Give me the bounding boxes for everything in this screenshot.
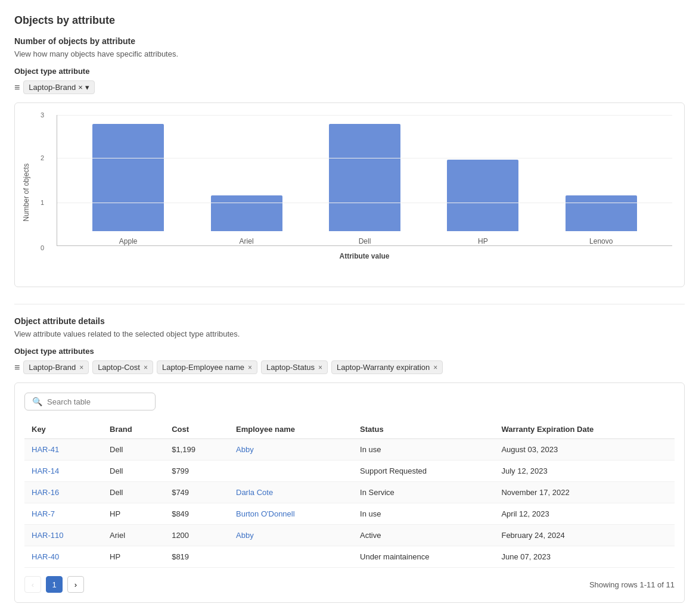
- search-input[interactable]: [47, 397, 148, 406]
- table-panel: 🔍 Key Brand Cost Employee name Status Wa…: [14, 382, 685, 603]
- brand-cell: Ariel: [102, 525, 164, 546]
- status-cell: Under maintainence: [353, 546, 494, 568]
- col-employee: Employee name: [229, 420, 353, 439]
- status-cell: Active: [353, 525, 494, 546]
- brand-cell: HP: [102, 546, 164, 568]
- brand-cell: Dell: [102, 461, 164, 482]
- bar-chart: Number of objects 3 2 1 0: [14, 102, 685, 287]
- employee-cell: Darla Cote: [229, 482, 353, 503]
- close-chip-employee[interactable]: ×: [248, 363, 252, 372]
- bar-lenovo: Lenovo: [566, 195, 637, 245]
- employee-cell: Abby: [229, 525, 353, 546]
- chip-laptop-cost[interactable]: Laptop-Cost ×: [92, 360, 153, 374]
- brand-cell: Dell: [102, 482, 164, 503]
- chip-laptop-employee[interactable]: Laptop-Employee name ×: [157, 360, 257, 374]
- table-row: HAR-41Dell$1,199AbbyIn useAugust 03, 202…: [24, 439, 675, 461]
- cost-cell: 1200: [164, 525, 229, 546]
- close-chip-brand[interactable]: ×: [79, 363, 83, 372]
- close-icon[interactable]: ×: [78, 83, 83, 92]
- search-box[interactable]: 🔍: [24, 393, 156, 410]
- table-row: HAR-110Ariel1200AbbyActiveFebruary 24, 2…: [24, 525, 675, 546]
- chart-filter-bar: ≡ Laptop-Brand × ▾: [14, 80, 685, 94]
- chart-filter-label: Object type attribute: [14, 67, 685, 76]
- details-section-desc: View attribute values related to the sel…: [14, 329, 685, 338]
- key-link[interactable]: HAR-7: [32, 509, 55, 518]
- chart-section: Number of objects by attribute View how …: [14, 36, 685, 287]
- employee-cell: Abby: [229, 439, 353, 461]
- chart-filter-chip[interactable]: Laptop-Brand × ▾: [23, 80, 94, 94]
- details-filter-bar: ≡ Laptop-Brand × Laptop-Cost × Laptop-Em…: [14, 360, 685, 374]
- employee-link[interactable]: Darla Cote: [236, 488, 273, 497]
- status-cell: Support Requested: [353, 461, 494, 482]
- cost-cell: $849: [164, 503, 229, 525]
- chip-laptop-warranty[interactable]: Laptop-Warranty expiration ×: [331, 360, 443, 374]
- prev-page-button[interactable]: ‹: [24, 576, 41, 593]
- col-cost: Cost: [164, 420, 229, 439]
- employee-cell: Burton O'Donnell: [229, 503, 353, 525]
- close-chip-warranty[interactable]: ×: [433, 363, 437, 372]
- brand-cell: HP: [102, 503, 164, 525]
- key-link[interactable]: HAR-16: [32, 488, 59, 497]
- employee-cell: [229, 546, 353, 568]
- table-row: HAR-40HP$819Under maintainenceJune 07, 2…: [24, 546, 675, 568]
- chip-laptop-status[interactable]: Laptop-Status ×: [261, 360, 328, 374]
- employee-link[interactable]: Burton O'Donnell: [236, 509, 295, 518]
- brand-cell: Dell: [102, 439, 164, 461]
- table-row: HAR-16Dell$749Darla CoteIn ServiceNovemb…: [24, 482, 675, 503]
- showing-text: Showing rows 1-11 of 11: [589, 580, 675, 589]
- employee-link[interactable]: Abby: [236, 445, 254, 454]
- warranty-cell: April 12, 2023: [494, 503, 675, 525]
- bar-apple: Apple: [92, 124, 164, 245]
- table-row: HAR-7HP$849Burton O'DonnellIn useApril 1…: [24, 503, 675, 525]
- col-key: Key: [24, 420, 102, 439]
- col-warranty: Warranty Expiration Date: [494, 420, 675, 439]
- search-icon: 🔍: [32, 397, 42, 406]
- key-link[interactable]: HAR-41: [32, 445, 59, 454]
- col-brand: Brand: [102, 420, 164, 439]
- employee-link[interactable]: Abby: [236, 531, 254, 540]
- x-axis-label: Attribute value: [57, 252, 672, 260]
- status-cell: In use: [353, 503, 494, 525]
- pagination: ‹ 1 › Showing rows 1-11 of 11: [24, 576, 675, 593]
- filter-icon-details: ≡: [14, 362, 20, 373]
- cost-cell: $819: [164, 546, 229, 568]
- details-section: Object attribute details View attribute …: [14, 316, 685, 603]
- chart-section-title: Number of objects by attribute: [14, 36, 685, 46]
- warranty-cell: June 07, 2023: [494, 546, 675, 568]
- data-table: Key Brand Cost Employee name Status Warr…: [24, 420, 675, 568]
- warranty-cell: November 17, 2022: [494, 482, 675, 503]
- cost-cell: $1,199: [164, 439, 229, 461]
- cost-cell: $749: [164, 482, 229, 503]
- warranty-cell: August 03, 2023: [494, 439, 675, 461]
- key-link[interactable]: HAR-40: [32, 552, 59, 561]
- cost-cell: $799: [164, 461, 229, 482]
- y-axis-label: Number of objects: [22, 163, 30, 221]
- chip-laptop-brand[interactable]: Laptop-Brand ×: [23, 360, 89, 374]
- bar-ariel: Ariel: [211, 195, 282, 245]
- close-chip-status[interactable]: ×: [318, 363, 322, 372]
- table-row: HAR-14Dell$799Support RequestedJuly 12, …: [24, 461, 675, 482]
- warranty-cell: July 12, 2023: [494, 461, 675, 482]
- pagination-controls: ‹ 1 ›: [24, 576, 84, 593]
- key-link[interactable]: HAR-14: [32, 466, 59, 475]
- chevron-down-icon[interactable]: ▾: [85, 83, 89, 92]
- details-filter-label: Object type attributes: [14, 347, 685, 356]
- chart-section-desc: View how many objects have specific attr…: [14, 49, 685, 58]
- next-page-button[interactable]: ›: [67, 576, 84, 593]
- col-status: Status: [353, 420, 494, 439]
- employee-cell: [229, 461, 353, 482]
- page-title: Objects by attribute: [14, 14, 685, 27]
- page-1-button[interactable]: 1: [46, 576, 63, 593]
- close-chip-cost[interactable]: ×: [144, 363, 148, 372]
- warranty-cell: February 24, 2024: [494, 525, 675, 546]
- filter-icon: ≡: [14, 82, 20, 93]
- status-cell: In use: [353, 439, 494, 461]
- key-link[interactable]: HAR-110: [32, 531, 63, 540]
- bar-dell: Dell: [329, 124, 400, 245]
- details-section-title: Object attribute details: [14, 316, 685, 326]
- bar-hp: HP: [447, 160, 518, 245]
- status-cell: In Service: [353, 482, 494, 503]
